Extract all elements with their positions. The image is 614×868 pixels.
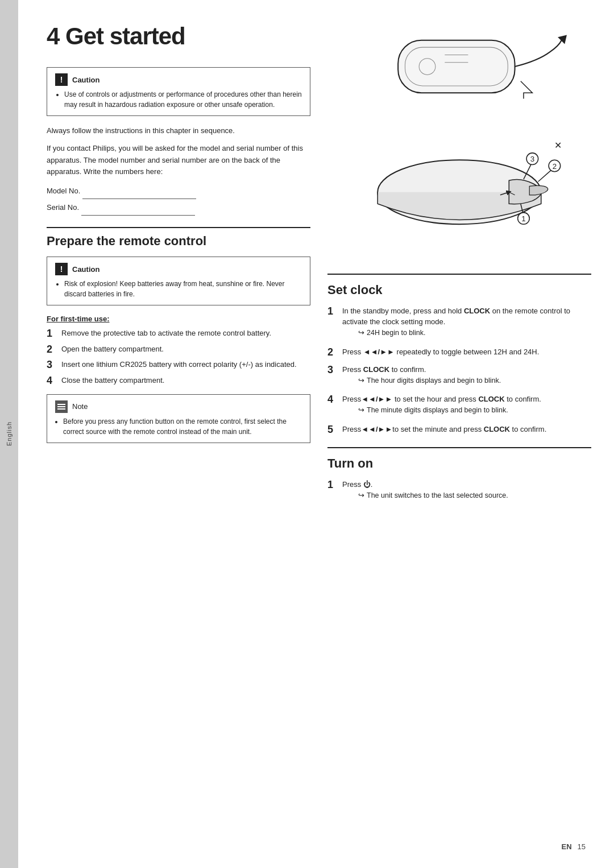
svg-text:3: 3 — [530, 155, 534, 163]
caution-item-2: Risk of explosion! Keep batteries away f… — [64, 279, 302, 299]
set-clock-heading: Set clock — [327, 283, 591, 297]
clock-step-3-text: Press CLOCK to confirm. — [342, 365, 426, 374]
set-clock-divider — [327, 274, 591, 275]
first-use-heading: For first-time use: — [47, 315, 310, 323]
prepare-heading: Prepare the remote control — [47, 227, 310, 249]
step-text-2: Open the battery compartment. — [61, 344, 164, 356]
clock-step-4-content: Press◄◄/►► to set the hour and press CLO… — [342, 394, 541, 418]
first-use-step-2: 2 Open the battery compartment. — [47, 344, 310, 356]
model-line — [82, 184, 196, 199]
caution-icon-1: ! — [55, 73, 68, 86]
caution-header-2: ! Caution — [55, 263, 302, 275]
svg-text:✕: ✕ — [554, 140, 562, 150]
clock-step-num-2: 2 — [327, 346, 338, 359]
clock-step-3-content: Press CLOCK to confirm. ↪The hour digits… — [342, 364, 501, 388]
serial-row: Serial No. — [47, 200, 310, 216]
intro-para2: If you contact Philips, you will be aske… — [47, 143, 310, 178]
clock-step-4: 4 Press◄◄/►► to set the hour and press C… — [327, 394, 591, 418]
first-use-step-3: 3 Insert one lithium CR2025 battery with… — [47, 359, 310, 371]
caution-text-1: Use of controls or adjustments or perfor… — [55, 89, 302, 110]
turn-on-step-1: 1 Press ⏻. ↪The unit switches to the las… — [327, 479, 591, 503]
clock-step-3-arrow: ↪The hour digits displays and begin to b… — [358, 375, 501, 386]
caution-title-2: Caution — [72, 265, 99, 274]
step-text-3: Insert one lithium CR2025 battery with c… — [61, 359, 297, 371]
svg-text:2: 2 — [553, 162, 557, 170]
chapter-title-text: Get started — [65, 23, 185, 49]
clock-step-num-5: 5 — [327, 424, 338, 436]
note-line-3 — [57, 408, 65, 410]
clock-step-5-text: Press◄◄/►►to set the minute and press CL… — [342, 424, 546, 436]
sidebar: English — [0, 0, 18, 868]
note-icon — [55, 400, 68, 413]
diagram-numbered: 1 2 3 ✕ — [351, 134, 567, 262]
turn-on-heading: Turn on — [327, 456, 591, 471]
sidebar-language-label: English — [6, 421, 13, 446]
clock-step-4-arrow: ↪The minute digits displays and begin to… — [358, 405, 541, 416]
page: English 4 Get started ! Caution — [0, 0, 614, 868]
turn-on-step-1-arrow: ↪The unit switches to the last selected … — [358, 490, 508, 501]
note-text: Before you press any function button on … — [55, 416, 302, 437]
note-line-2 — [57, 406, 65, 407]
note-item: Before you press any function button on … — [63, 416, 302, 437]
note-icon-lines — [57, 404, 65, 410]
turn-on-list: 1 Press ⏻. ↪The unit switches to the las… — [327, 479, 591, 503]
first-use-list: 1 Remove the protective tab to activate … — [47, 328, 310, 387]
turn-on-step-num-1: 1 — [327, 479, 338, 503]
caution-icon-2: ! — [55, 263, 68, 275]
svg-text:1: 1 — [521, 214, 525, 223]
clock-step-5: 5 Press◄◄/►►to set the minute and press … — [327, 424, 591, 436]
clock-step-1-text: In the standby mode, press and hold CLOC… — [342, 307, 570, 326]
intro-para1: Always follow the instructions in this c… — [47, 125, 310, 137]
model-row: Model No. — [47, 184, 310, 199]
serial-line — [81, 200, 195, 216]
page-footer: EN 15 — [561, 842, 586, 851]
model-label: Model No. — [47, 187, 80, 195]
first-use-step-4: 4 Close the battery compartment. — [47, 375, 310, 387]
main-content: 4 Get started ! Caution Use of controls … — [18, 0, 614, 868]
chapter-number: 4 — [47, 23, 59, 49]
caution-item-1: Use of controls or adjustments or perfor… — [64, 89, 302, 110]
step-text-1: Remove the protective tab to activate th… — [61, 328, 271, 340]
clock-step-num-4: 4 — [327, 394, 338, 418]
caution-header-1: ! Caution — [55, 73, 302, 86]
first-use-step-1: 1 Remove the protective tab to activate … — [47, 328, 310, 340]
serial-label: Serial No. — [47, 203, 79, 212]
clock-step-1: 1 In the standby mode, press and hold CL… — [327, 305, 591, 341]
clock-step-2-text: Press ◄◄/►► repeatedly to toggle between… — [342, 346, 539, 359]
step-num-2: 2 — [47, 344, 57, 356]
two-column-layout: 4 Get started ! Caution Use of controls … — [47, 23, 591, 845]
footer-page: 15 — [578, 842, 586, 851]
note-box: Note Before you press any function butto… — [47, 394, 310, 443]
chapter-title: 4 Get started — [47, 23, 310, 50]
note-title: Note — [72, 402, 88, 411]
clock-step-1-content: In the standby mode, press and hold CLOC… — [342, 305, 591, 341]
footer-en: EN — [561, 842, 571, 851]
turn-on-step-1-text: Press ⏻. — [342, 480, 372, 489]
caution-box-2: ! Caution Risk of explosion! Keep batter… — [47, 257, 310, 305]
note-line-1 — [57, 404, 65, 405]
step-num-1: 1 — [47, 328, 57, 340]
diagram-area: 1 2 3 ✕ — [327, 23, 591, 262]
clock-step-1-arrow: ↪24H begin to blink. — [358, 328, 591, 338]
clock-step-num-1: 1 — [327, 305, 338, 341]
clock-step-num-3: 3 — [327, 364, 338, 388]
svg-rect-0 — [398, 40, 515, 93]
note-header: Note — [55, 400, 302, 413]
set-clock-list: 1 In the standby mode, press and hold CL… — [327, 305, 591, 436]
caution-box-1: ! Caution Use of controls or adjustments… — [47, 67, 310, 116]
left-column: 4 Get started ! Caution Use of controls … — [47, 23, 310, 845]
caution-title-1: Caution — [72, 76, 99, 84]
step-num-3: 3 — [47, 359, 57, 371]
turn-on-step-1-content: Press ⏻. ↪The unit switches to the last … — [342, 479, 508, 503]
diagram-top — [351, 23, 567, 128]
step-num-4: 4 — [47, 375, 57, 387]
clock-step-3: 3 Press CLOCK to confirm. ↪The hour digi… — [327, 364, 591, 388]
step-text-4: Close the battery compartment. — [61, 375, 164, 387]
clock-step-4-text: Press◄◄/►► to set the hour and press CLO… — [342, 395, 541, 403]
turn-on-divider — [327, 447, 591, 448]
right-column: 1 2 3 ✕ — [327, 23, 591, 845]
caution-text-2: Risk of explosion! Keep batteries away f… — [55, 279, 302, 299]
clock-step-2: 2 Press ◄◄/►► repeatedly to toggle betwe… — [327, 346, 591, 359]
